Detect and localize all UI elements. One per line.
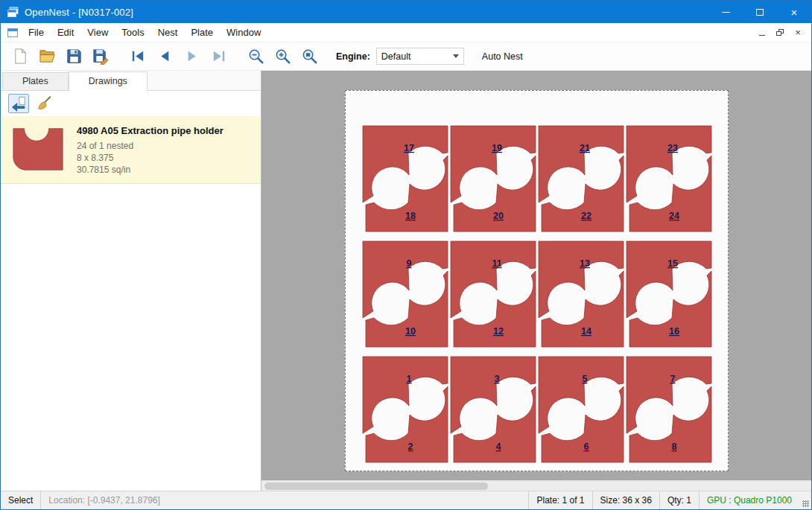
status-plate: Plate: 1 of 1	[528, 491, 591, 509]
nav-next-icon	[183, 48, 200, 65]
part-number-label: 2	[408, 442, 413, 452]
part-number-label: 22	[581, 211, 591, 221]
close-button[interactable]: ×	[777, 1, 811, 23]
part-thumbnail	[10, 124, 66, 174]
status-location: Location: [-0.9437, 21.8796]	[41, 491, 167, 509]
close-icon: ×	[791, 7, 798, 18]
nested-pair[interactable]: 78	[627, 357, 711, 462]
mdi-restore-button[interactable]	[771, 25, 789, 40]
menu-item-view[interactable]: View	[80, 23, 115, 42]
zoom-out-button[interactable]	[242, 45, 269, 68]
nested-pair[interactable]: 1516	[627, 241, 711, 347]
nav-last-icon	[210, 48, 227, 65]
zoom-fit-icon	[301, 48, 318, 65]
resize-grip[interactable]	[799, 491, 811, 509]
mdi-restore-icon	[776, 29, 784, 36]
status-qty: Qty: 1	[659, 491, 699, 509]
nested-pair[interactable]: 34	[451, 357, 536, 462]
status-bar: Select Location: [-0.9437, 21.8796] Plat…	[1, 491, 811, 509]
side-panel: Plates Drawings	[1, 71, 261, 491]
part-number-label: 19	[492, 143, 502, 153]
nav-first-button[interactable]	[124, 45, 151, 68]
return-part-icon	[10, 95, 27, 112]
part-number-label: 18	[405, 211, 416, 221]
app-window: OpenNest - [N0317-002] × File Edit View …	[0, 0, 812, 510]
nav-next-button[interactable]	[178, 45, 205, 68]
menu-item-nest[interactable]: Nest	[151, 23, 185, 42]
horizontal-scrollbar[interactable]	[261, 480, 811, 491]
menu-item-window[interactable]: Window	[220, 23, 267, 42]
menu-item-edit[interactable]: Edit	[51, 23, 80, 42]
nest-canvas[interactable]: 171819202122232491011121314151612345678	[261, 71, 811, 491]
nested-pair[interactable]: 910	[363, 241, 448, 347]
panel-tabstrip: Plates Drawings	[1, 71, 261, 90]
part-number-label: 17	[404, 143, 414, 153]
zoom-fit-button[interactable]	[296, 45, 323, 68]
nested-pair[interactable]: 2122	[539, 126, 624, 232]
part-number-label: 23	[667, 143, 678, 153]
part-number-label: 24	[669, 211, 679, 221]
save-edit-icon	[92, 48, 110, 65]
part-number-label: 1	[407, 374, 412, 384]
part-number-label: 7	[670, 374, 676, 384]
part-number-label: 3	[495, 374, 500, 384]
plate-svg: 171819202122232491011121314151612345678	[346, 91, 728, 471]
mdi-minimize-icon	[759, 35, 765, 36]
part-number-label: 14	[581, 326, 591, 337]
nav-prev-icon	[156, 48, 174, 65]
nav-last-button[interactable]	[205, 45, 232, 68]
main-toolbar: Engine: Default Auto Nest	[1, 42, 811, 71]
panel-toolbar	[1, 91, 261, 116]
drawing-list-item[interactable]: 4980 A05 Extraction pipe holder 24 of 1 …	[1, 116, 261, 184]
title-bar: OpenNest - [N0317-002] ×	[1, 1, 811, 23]
broom-icon	[36, 95, 52, 112]
part-number-label: 16	[669, 326, 679, 337]
open-button[interactable]	[34, 45, 60, 68]
part-number-label: 9	[407, 258, 412, 269]
status-mode: Select	[1, 491, 41, 509]
clean-button[interactable]	[34, 94, 54, 113]
tab-drawings[interactable]: Drawings	[69, 71, 148, 91]
maximize-button[interactable]	[743, 1, 777, 23]
engine-select[interactable]: Default	[376, 48, 464, 65]
mdi-close-button[interactable]: ×	[789, 25, 807, 40]
status-size: Size: 36 x 36	[592, 491, 659, 509]
nested-pair[interactable]: 1112	[451, 241, 536, 347]
part-number-label: 6	[584, 442, 589, 452]
mdi-minimize-button[interactable]	[753, 25, 771, 40]
nested-pair[interactable]: 1718	[363, 126, 448, 232]
part-number-label: 10	[405, 326, 416, 337]
part-number-label: 8	[672, 442, 677, 452]
save-button[interactable]	[60, 45, 87, 68]
nested-pair[interactable]: 12	[363, 357, 448, 462]
zoom-in-icon	[274, 48, 291, 65]
window-title: OpenNest - [N0317-002]	[25, 7, 133, 18]
nested-pair[interactable]: 2324	[627, 126, 711, 232]
engine-selected-value: Default	[381, 51, 411, 62]
tab-plates[interactable]: Plates	[2, 72, 69, 90]
scrollbar-thumb[interactable]	[264, 482, 488, 490]
minimize-icon	[722, 12, 730, 13]
zoom-in-button[interactable]	[269, 45, 296, 68]
nav-prev-button[interactable]	[151, 45, 178, 68]
nested-pair[interactable]: 1314	[539, 241, 624, 347]
nested-pair[interactable]: 1920	[451, 126, 536, 232]
menu-item-plate[interactable]: Plate	[184, 23, 220, 42]
new-button[interactable]	[7, 45, 34, 68]
drawing-nested-count: 24 of 1 nested	[77, 140, 223, 152]
auto-nest-button[interactable]: Auto Nest	[476, 48, 529, 65]
minimize-button[interactable]	[708, 1, 743, 23]
new-file-icon	[12, 48, 29, 65]
nested-pair[interactable]: 56	[539, 357, 624, 462]
nav-first-icon	[130, 48, 147, 65]
menu-item-file[interactable]: File	[22, 23, 51, 42]
return-part-button[interactable]	[8, 94, 29, 113]
app-icon	[7, 6, 19, 19]
status-gpu: GPU : Quadro P1000	[699, 491, 799, 509]
mdi-close-icon: ×	[795, 28, 801, 37]
save-icon	[66, 48, 83, 65]
part-number-label: 15	[667, 258, 678, 269]
part-number-label: 13	[580, 258, 590, 269]
save-edit-button[interactable]	[87, 45, 114, 68]
menu-item-tools[interactable]: Tools	[115, 23, 150, 42]
